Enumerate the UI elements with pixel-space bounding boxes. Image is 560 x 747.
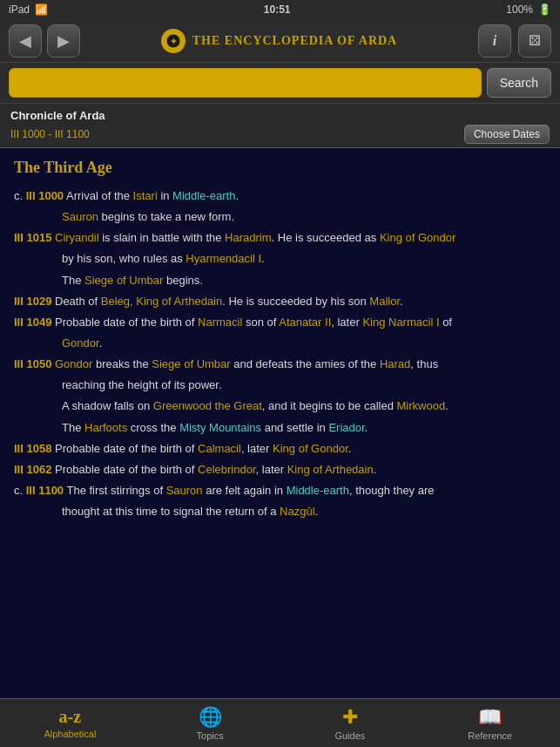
- link-haradrim[interactable]: Haradrim: [225, 231, 271, 244]
- link-celebrindor[interactable]: Celebrindor: [198, 463, 256, 476]
- dice-icon: ⚄: [529, 32, 541, 49]
- tab-alphabetical-label: Alphabetical: [44, 729, 96, 739]
- topics-icon: 🌐: [199, 706, 222, 729]
- link-nazgul[interactable]: Nazgûl: [280, 505, 314, 518]
- text-by-son: by his son, who rules as: [62, 252, 186, 265]
- entry-1050-height: reaching the height of its power.: [62, 377, 546, 394]
- text-succeeded-mallor: . He is succeeded by his son: [222, 295, 369, 308]
- text-in: in: [158, 189, 172, 202]
- forward-button[interactable]: ▶: [47, 24, 80, 58]
- link-ciryandil[interactable]: Ciryandil: [55, 231, 99, 244]
- link-gondor-2[interactable]: Gondor: [55, 357, 92, 370]
- year-1058: III 1058: [14, 442, 51, 455]
- link-gondor-1[interactable]: Gondor: [62, 336, 99, 350]
- tab-reference[interactable]: 📖 Reference: [420, 703, 560, 744]
- link-misty-mountains[interactable]: Misty Mountains: [179, 421, 261, 434]
- entry-1062: III 1062 Probable date of the birth of C…: [14, 461, 546, 479]
- year-1015: III 1015: [14, 231, 51, 244]
- link-middle-earth-2[interactable]: Middle-earth: [287, 484, 349, 497]
- link-eriador[interactable]: Eriador: [328, 421, 364, 434]
- link-narmacil[interactable]: Narmacil: [198, 316, 242, 329]
- prefix-c: c.: [14, 189, 26, 202]
- link-mirkwood[interactable]: Mirkwood: [397, 399, 446, 412]
- link-harfoots[interactable]: Harfoots: [84, 421, 127, 434]
- year-1049: III 1049: [14, 316, 51, 329]
- link-mallor[interactable]: Mallor: [369, 295, 400, 308]
- text-succeeded: . He is succeeded as: [272, 231, 380, 244]
- link-sauron-2[interactable]: Sauron: [166, 484, 203, 497]
- text-period-4: .: [99, 336, 103, 350]
- text-defeats: and defeats the amies of the: [231, 357, 380, 370]
- link-king-gondor-1[interactable]: King of Gondor: [380, 231, 455, 244]
- link-hyarmendacil[interactable]: Hyarmendacil I: [186, 252, 261, 265]
- entry-1100-cont: thought at this time to signal the retur…: [62, 503, 546, 520]
- text-death-beleg: Death of: [51, 295, 100, 308]
- search-bar: Search: [0, 63, 560, 104]
- link-atanatar-2[interactable]: Atanatar II: [279, 316, 331, 329]
- link-siege-umbar-1[interactable]: Siege of Umbar: [84, 274, 163, 287]
- link-greenwood[interactable]: Greenwood the Great: [153, 399, 262, 412]
- back-button[interactable]: ◀: [9, 24, 42, 58]
- link-middle-earth-1[interactable]: Middle-earth: [172, 189, 235, 202]
- text-calmacil-birth: Probable date of the birth of: [51, 442, 198, 455]
- svg-text:✦: ✦: [169, 37, 177, 46]
- entry-1050: III 1050 Gondor breaks the Siege of Umba…: [14, 356, 546, 373]
- text-cross: cross the: [127, 421, 179, 434]
- nav-right-buttons: i ⚄: [478, 24, 551, 58]
- text-thought: thought at this time to signal the retur…: [62, 505, 280, 518]
- link-harad[interactable]: Harad: [380, 357, 410, 370]
- link-calmacil[interactable]: Calmacil: [198, 442, 241, 455]
- text-breaks: breaks the: [92, 357, 152, 370]
- random-button[interactable]: ⚄: [518, 24, 551, 58]
- link-king-arthedain-2[interactable]: King of Arthedain: [287, 463, 374, 476]
- text-the: The: [62, 274, 84, 287]
- text-period-2: .: [261, 252, 265, 265]
- tab-topics[interactable]: 🌐 Topics: [140, 703, 280, 744]
- tab-bar: a-z Alphabetical 🌐 Topics ✚ Guides 📖 Ref…: [0, 698, 560, 747]
- device-label: iPad: [9, 3, 30, 16]
- text-later-2: , later: [241, 442, 273, 455]
- text-thus: , thus: [410, 357, 438, 370]
- text-celebrindor-birth: Probable date of the birth of: [51, 463, 198, 476]
- choose-dates-button[interactable]: Choose Dates: [464, 125, 550, 144]
- link-siege-umbar-2[interactable]: Siege of Umbar: [152, 357, 230, 370]
- tab-guides-label: Guides: [334, 730, 365, 741]
- info-button[interactable]: i: [478, 24, 511, 58]
- entry-1029: III 1029 Death of Beleg, King of Artheda…: [14, 293, 546, 310]
- text-period-8: .: [374, 463, 377, 476]
- tab-alphabetical[interactable]: a-z Alphabetical: [0, 703, 140, 743]
- info-icon: i: [493, 33, 496, 49]
- text-son-of: son of: [242, 316, 279, 329]
- app-logo: ✦: [161, 29, 186, 53]
- nav-bar: ◀ ▶ ✦ THE ENCYCLOPEDIA OF ARDA i ⚄: [0, 19, 560, 63]
- text-later-1: , later: [331, 316, 362, 329]
- text-narmacil-birth: Probable date of the birth of: [51, 316, 198, 329]
- text-reaching: reaching the height of its power.: [62, 378, 222, 391]
- tab-guides[interactable]: ✚ Guides: [280, 703, 421, 744]
- search-input[interactable]: [9, 68, 482, 98]
- app-title-text: THE ENCYCLOPEDIA OF ARDA: [192, 34, 397, 48]
- link-istari[interactable]: Istari: [133, 189, 158, 202]
- chronicle-range: III 1000 - III 1100: [10, 128, 90, 140]
- text-period-7: .: [348, 442, 352, 455]
- link-king-narmacil[interactable]: King Narmacil I: [362, 316, 439, 329]
- link-king-gondor-2[interactable]: King of Gondor: [273, 442, 348, 455]
- status-time: 10:51: [264, 3, 291, 16]
- entry-1015: III 1015 Ciryandil is slain in battle wi…: [14, 229, 546, 247]
- text-later-3: , later: [256, 463, 287, 476]
- text-the-2: The: [62, 421, 84, 434]
- age-title: The Third Age: [14, 159, 546, 177]
- search-button[interactable]: Search: [487, 68, 551, 98]
- prefix-c2: c.: [14, 484, 26, 497]
- entry-1000: c. III 1000 Arrival of the Istari in Mid…: [14, 187, 546, 205]
- text-period-9: .: [315, 505, 319, 518]
- year-1100: III 1100: [26, 484, 64, 497]
- wifi-icon: 📶: [35, 3, 48, 16]
- main-content: The Third Age c. III 1000 Arrival of the…: [0, 148, 560, 698]
- text-arrival: Arrival of the: [64, 189, 132, 202]
- entry-1058: III 1058 Probable date of the birth of C…: [14, 440, 546, 458]
- tab-topics-label: Topics: [197, 730, 224, 741]
- link-sauron-1[interactable]: Sauron: [62, 210, 98, 223]
- year-1050: III 1050: [14, 357, 51, 370]
- link-beleg[interactable]: Beleg, King of Arthedain: [101, 295, 223, 308]
